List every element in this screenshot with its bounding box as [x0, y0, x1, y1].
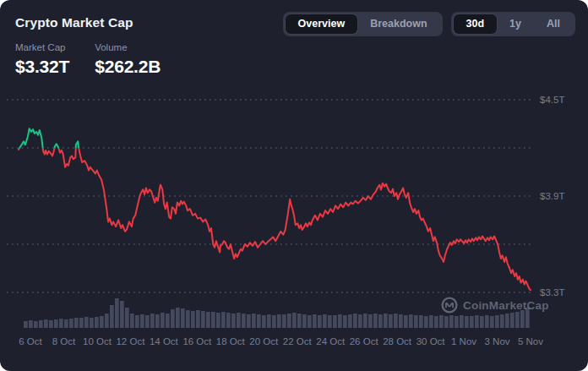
range-toggle-option-30d[interactable]: 30d [454, 14, 498, 34]
volume-bar [90, 318, 94, 328]
volume-bar [460, 315, 464, 328]
volume-bar [191, 311, 195, 328]
volume-bar [44, 319, 48, 328]
x-axis-label: 24 Oct [316, 336, 346, 346]
volume-bar [206, 312, 210, 328]
volume-bar [145, 315, 150, 328]
x-axis-label: 12 Oct [116, 336, 145, 346]
volume-bar [455, 316, 459, 328]
view-toggle-option-overview[interactable]: Overview [286, 14, 358, 34]
market-cap-stat: Market Cap $3.32T [15, 42, 69, 77]
volume-bar [480, 316, 484, 328]
x-axis-label: 22 Oct [283, 336, 313, 346]
page-title: Crypto Market Cap [15, 12, 133, 30]
volume-bar [272, 315, 276, 328]
volume-bar [59, 319, 63, 328]
y-axis-label: $3.9T [540, 191, 564, 201]
volume-bar [434, 316, 438, 328]
volume-bar [475, 315, 479, 328]
volume-bar [429, 315, 433, 328]
x-axis-label: 30 Oct [416, 336, 446, 346]
volume-bar [49, 320, 53, 328]
view-toggle-group: OverviewBreakdown [283, 12, 443, 36]
watermark-text: CoinMarketCap [463, 299, 549, 312]
volume-bar [323, 314, 327, 328]
volume-bar [201, 311, 205, 328]
volume-bar [135, 315, 139, 328]
volume-bar [373, 314, 378, 328]
x-axis-label: 16 Oct [182, 336, 212, 346]
volume-bar [363, 314, 368, 328]
x-axis-label: 26 Oct [350, 336, 379, 346]
volume-bar [449, 315, 454, 328]
volume-bar [84, 317, 89, 328]
volume-bar [196, 310, 200, 328]
volume-bar [34, 321, 38, 328]
view-toggle-option-breakdown[interactable]: Breakdown [357, 14, 439, 34]
crypto-market-cap-card: Crypto Market Cap OverviewBreakdown 30d1… [0, 0, 588, 371]
volume-bar [318, 315, 322, 328]
volume-bar [394, 314, 398, 328]
volume-bar [439, 315, 444, 328]
volume-bar [510, 313, 514, 328]
volume-label: Volume [95, 42, 161, 52]
volume-bar [470, 316, 474, 328]
volume-bar [505, 314, 509, 328]
volume-bar [485, 315, 489, 328]
x-axis-label: 3 Nov [485, 336, 510, 346]
x-axis-label: 28 Oct [383, 336, 412, 346]
volume-bar [409, 314, 413, 328]
volume-bar [444, 316, 449, 328]
volume-bar [54, 319, 58, 328]
volume-bar [424, 316, 428, 328]
volume-bar [348, 314, 352, 328]
x-axis-label: 18 Oct [216, 336, 246, 346]
volume-bar [389, 314, 393, 328]
chart-controls: OverviewBreakdown 30d1yAll [283, 12, 575, 36]
volume-bar [231, 314, 236, 328]
volume-bar [130, 314, 134, 328]
y-axis-label: $4.5T [540, 95, 564, 105]
volume-bar [120, 301, 124, 328]
volume-bar [297, 314, 302, 328]
volume-bar [313, 314, 317, 328]
volume-bar [282, 314, 286, 328]
market-cap-chart[interactable]: $4.5T$3.9T$3.3T6 Oct8 Oct10 Oct12 Oct14 … [0, 85, 588, 371]
volume-bar [39, 320, 43, 328]
volume-bar [74, 318, 79, 328]
volume-bar [257, 314, 261, 328]
volume-bar [161, 313, 165, 328]
x-axis-label: 20 Oct [249, 336, 279, 346]
volume-bar [242, 314, 246, 328]
volume-bar [176, 308, 180, 328]
volume-stat: Volume $262.2B [95, 42, 161, 77]
volume-bar [105, 314, 109, 328]
volume-bar [495, 315, 499, 328]
volume-bar [399, 314, 403, 328]
volume-bar [69, 319, 74, 328]
range-toggle-group: 30d1yAll [451, 12, 575, 36]
volume-bar [140, 314, 144, 328]
x-axis-label: 5 Nov [518, 336, 543, 346]
volume-bar [24, 321, 28, 328]
range-toggle-option-all[interactable]: All [534, 14, 573, 34]
volume-bar [368, 314, 373, 328]
volume-value: $262.2B [95, 57, 161, 77]
volume-bar [358, 314, 362, 328]
volume-bar [252, 314, 256, 328]
volume-bar [125, 308, 129, 328]
volume-bar [267, 314, 271, 328]
volume-bar [95, 317, 99, 328]
volume-bar [155, 314, 160, 328]
x-axis-label: 8 Oct [52, 336, 76, 346]
volume-bar [150, 314, 155, 328]
range-toggle-option-1y[interactable]: 1y [497, 14, 534, 34]
volume-bar [343, 315, 347, 328]
volume-bar [378, 314, 383, 328]
stats-row: Market Cap $3.32T Volume $262.2B [15, 42, 161, 77]
volume-bar [171, 309, 175, 328]
volume-bar [262, 315, 266, 328]
market-cap-label: Market Cap [15, 42, 69, 52]
volume-bar [221, 312, 226, 328]
volume-bar [237, 313, 241, 328]
